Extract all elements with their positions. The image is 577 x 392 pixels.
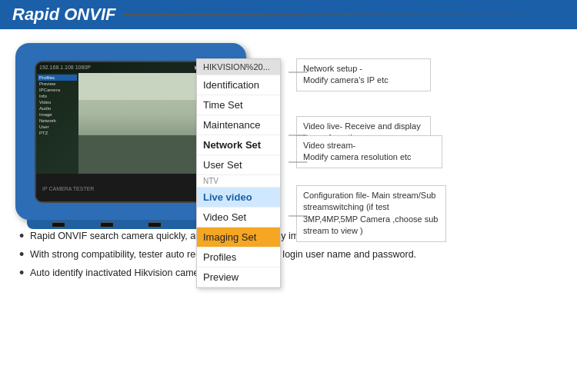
onvif-menu: HIKVISION%20... Identification Time Set … xyxy=(196,58,281,288)
page-header: Rapid ONVIF xyxy=(0,0,577,29)
bullet-item-3: • Auto identify inactivated Hikvision ca… xyxy=(19,266,562,281)
menu-profiles[interactable]: Profiles xyxy=(197,247,280,267)
menu-video-set[interactable]: Video Set xyxy=(197,208,280,228)
annotation-config-text: Configuration file- Main stream/Sub stre… xyxy=(303,191,438,235)
screen-sidebar-image[interactable]: Image xyxy=(38,111,77,118)
annotation-video-stream: Video stream-Modify camera resolution et… xyxy=(296,135,442,168)
screen-sidebar-ptz[interactable]: PTZ xyxy=(38,130,77,136)
left-area: 192.168.1.108 1080P ▶ VALUE ● Profiles P… xyxy=(12,35,288,220)
menu-identification[interactable]: Identification xyxy=(197,75,280,95)
connector-2 xyxy=(100,222,114,228)
screen-status-left: 192.168.1.108 1080P xyxy=(39,65,91,70)
header-line xyxy=(123,14,565,16)
screen-sidebar-info[interactable]: Info xyxy=(38,93,77,99)
menu-time-set[interactable]: Time Set xyxy=(197,95,280,115)
menu-live-video[interactable]: Live video xyxy=(197,188,280,208)
bullet-dot-3: • xyxy=(19,266,25,281)
screen-sidebar-user[interactable]: User xyxy=(38,124,77,130)
annotation-network-text: Network setup -Modify camera's IP etc xyxy=(303,64,389,85)
bullet-item-1: • Rapid ONVIF search camera quickly, aut… xyxy=(19,229,562,244)
bullet-item-2: • With strong compatibility, tester auto… xyxy=(19,247,562,263)
bullet-dot-1: • xyxy=(19,229,25,244)
page-title: Rapid ONVIF xyxy=(12,5,115,25)
screen-sidebar-video[interactable]: Video xyxy=(38,99,77,105)
annotation-network-setup: Network setup -Modify camera's IP etc xyxy=(296,58,431,91)
right-area: Network setup -Modify camera's IP etc Vi… xyxy=(288,35,565,220)
screen-sidebar-ipcamera[interactable]: IPCamera xyxy=(38,87,77,93)
menu-ntv: NTV xyxy=(197,175,280,188)
menu-user-set[interactable]: User Set xyxy=(197,155,280,175)
screen-sidebar-audio[interactable]: Audio xyxy=(38,105,77,111)
menu-title: HIKVISION%20... xyxy=(197,59,280,75)
screen-sidebar: Profiles Preview IPCamera Info Video Aud… xyxy=(36,73,78,174)
connector-3 xyxy=(148,222,162,228)
bullet-dot-2: • xyxy=(19,247,25,263)
menu-network-set[interactable]: Network Set xyxy=(197,135,280,155)
menu-preview[interactable]: Preview xyxy=(197,267,280,287)
annotation-config-file: Configuration file- Main stream/Sub stre… xyxy=(296,185,446,242)
main-content: 192.168.1.108 1080P ▶ VALUE ● Profiles P… xyxy=(0,29,577,220)
screen-sidebar-preview[interactable]: Preview xyxy=(38,81,77,87)
menu-imaging-set[interactable]: Imaging Set xyxy=(197,228,280,247)
menu-maintenance[interactable]: Maintenance xyxy=(197,115,280,135)
screen-sidebar-profiles[interactable]: Profiles xyxy=(38,75,77,81)
connector-1 xyxy=(52,222,65,228)
screen-sidebar-network[interactable]: Network xyxy=(38,118,77,124)
device-label-left: IP CAMERA TESTER xyxy=(42,186,94,191)
annotation-stream-text: Video stream-Modify camera resolution et… xyxy=(303,141,412,161)
